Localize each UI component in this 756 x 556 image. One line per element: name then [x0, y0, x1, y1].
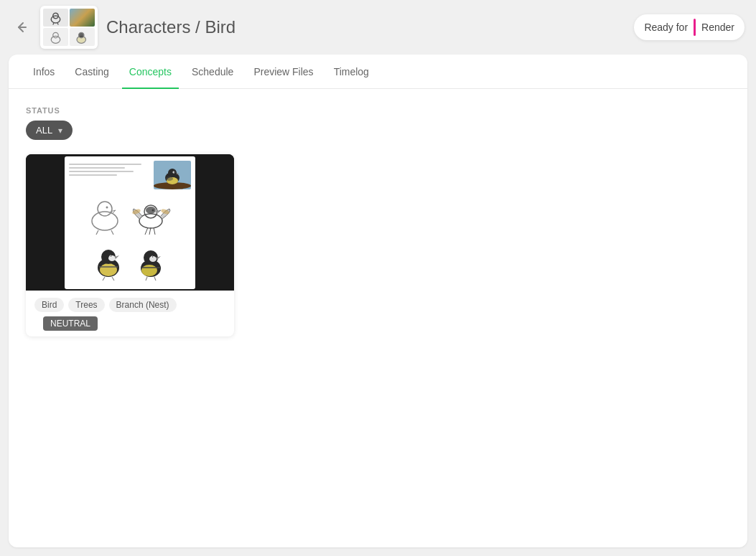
- tab-timelog[interactable]: Timelog: [327, 55, 376, 89]
- svg-line-34: [112, 277, 114, 281]
- concepts-content: STATUS ALL ▾: [9, 89, 747, 354]
- status-filter-label: STATUS: [26, 106, 730, 115]
- status-dropdown-value: ALL: [36, 125, 52, 136]
- tag-bird: Bird: [34, 298, 64, 312]
- chevron-down-icon: ▾: [58, 126, 62, 136]
- header: Characters / Bird Ready for Render: [0, 0, 756, 55]
- status-ready-for-button[interactable]: Ready for Render: [634, 14, 745, 40]
- svg-point-20: [106, 206, 108, 208]
- tab-infos[interactable]: Infos: [26, 55, 62, 89]
- svg-point-7: [79, 32, 85, 38]
- concept-preview: [26, 154, 234, 291]
- tag-branch: Branch (Nest): [109, 298, 177, 312]
- tab-preview-files[interactable]: Preview Files: [246, 55, 320, 89]
- tag-trees: Trees: [68, 298, 104, 312]
- tabs-nav: Infos Casting Concepts Schedule Preview …: [9, 55, 747, 89]
- svg-point-12: [168, 169, 177, 177]
- svg-point-0: [51, 16, 60, 23]
- ready-for-label: Ready for: [644, 22, 688, 33]
- svg-line-2: [53, 23, 54, 25]
- status-divider: [694, 19, 696, 36]
- entity-thumbnail: [40, 6, 98, 49]
- main-container: Infos Casting Concepts Schedule Preview …: [9, 55, 747, 547]
- render-label: Render: [701, 22, 734, 33]
- svg-line-19: [111, 230, 113, 235]
- svg-point-15: [166, 176, 173, 181]
- page-title: Characters / Bird: [106, 17, 625, 37]
- svg-line-18: [96, 230, 98, 235]
- svg-point-41: [152, 256, 154, 258]
- back-button[interactable]: [11, 17, 32, 37]
- svg-point-5: [53, 32, 59, 38]
- svg-point-14: [174, 171, 174, 172]
- svg-point-30: [108, 255, 116, 261]
- svg-line-3: [57, 23, 58, 25]
- tab-casting[interactable]: Casting: [67, 55, 116, 89]
- tab-concepts[interactable]: Concepts: [122, 55, 179, 89]
- svg-point-4: [51, 36, 60, 43]
- concept-status-tag: NEUTRAL: [43, 316, 98, 331]
- concept-card[interactable]: Bird Trees Branch (Nest) NEUTRAL: [26, 154, 234, 336]
- svg-line-33: [103, 277, 105, 281]
- svg-line-43: [154, 277, 156, 281]
- svg-point-17: [98, 202, 112, 216]
- svg-point-21: [139, 214, 162, 228]
- tab-schedule[interactable]: Schedule: [185, 55, 241, 89]
- svg-point-32: [111, 255, 112, 257]
- concept-tags: Bird Trees Branch (Nest): [26, 291, 234, 316]
- svg-point-37: [141, 265, 157, 276]
- svg-point-24: [146, 207, 156, 214]
- svg-point-28: [100, 263, 117, 276]
- concepts-grid: Bird Trees Branch (Nest) NEUTRAL: [26, 154, 730, 336]
- status-dropdown[interactable]: ALL ▾: [26, 121, 73, 140]
- svg-line-42: [146, 277, 147, 281]
- svg-point-16: [92, 212, 118, 230]
- status-filter-section: STATUS ALL ▾: [26, 106, 730, 140]
